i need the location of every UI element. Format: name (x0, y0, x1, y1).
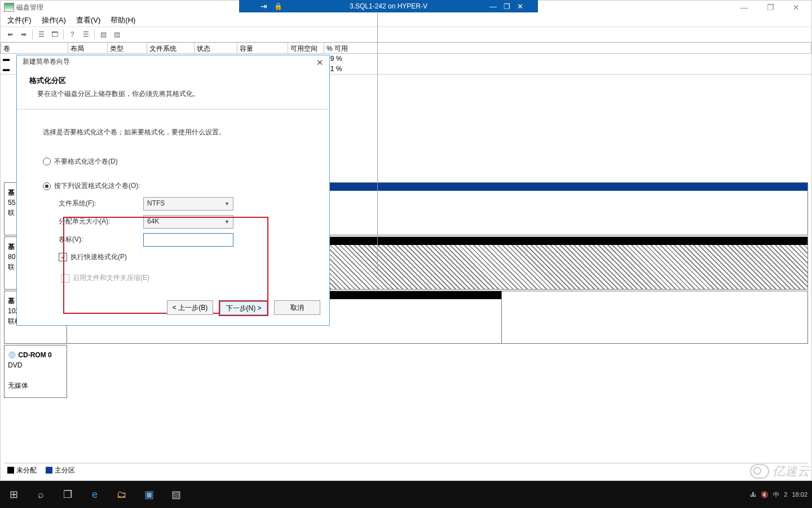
legend-primary: 主分区 (46, 466, 75, 475)
wizard-body: 选择是否要格式化这个卷；如果要格式化，要使用什么设置。 不要格式化这个卷(D) … (17, 110, 329, 301)
wizard-title-bar: 新建简单卷向导 ✕ (17, 55, 329, 68)
menu-help[interactable]: 帮助(H) (109, 14, 136, 27)
col-filesystem[interactable]: 文件系统 (147, 42, 195, 54)
cdrom-type: DVD (8, 361, 22, 369)
task-view-button[interactable]: ❐ (54, 481, 81, 508)
next-button[interactable]: 下一步(N) > (219, 300, 268, 316)
label-filesystem: 文件系统(F): (59, 198, 143, 210)
tray-extra[interactable]: 2 (784, 491, 787, 498)
tb-back-icon[interactable]: ⬅ (4, 29, 16, 40)
volume-list-header: 卷 布局 类型 文件系统 状态 容量 可用空间 % 可用 (1, 42, 811, 54)
cancel-button[interactable]: 取消 (274, 300, 320, 315)
disk-label-cdrom[interactable]: 💿 CD-ROM 0 DVD 无媒体 (4, 345, 67, 398)
hv-maximize-button[interactable]: ❐ (504, 2, 510, 11)
radio-off-icon (43, 157, 51, 165)
disk-size: 80 (8, 253, 15, 261)
tb-sep-3 (94, 29, 95, 40)
close-button[interactable]: ✕ (783, 1, 809, 14)
col-percent-free[interactable]: % 可用 (324, 42, 811, 54)
select-filesystem[interactable]: NTFS ▼ (143, 197, 233, 211)
file-explorer-icon[interactable]: 🗂 (108, 481, 135, 508)
wizard-heading: 格式化分区 (29, 76, 317, 86)
row-volume-label: 卷标(V): (59, 233, 303, 247)
swatch-blue (46, 467, 52, 474)
legend-bar: 未分配 主分区 (4, 463, 808, 477)
tb-sep-2 (63, 29, 64, 40)
wizard-title: 新建简单卷向导 (23, 58, 70, 65)
row-allocation-unit: 分配单元大小(A): 64K ▼ (59, 215, 303, 229)
toolbar: ⬅ ➡ ☰ 🗔 ? ☰ ▤ ▤ (1, 27, 811, 42)
select-filesystem-value: NTFS (147, 198, 165, 210)
col-layout[interactable]: 布局 (68, 42, 108, 54)
watermark: 亿速云 (750, 463, 810, 480)
tb-fwd-icon[interactable]: ➡ (17, 29, 30, 40)
ie-icon[interactable]: e (81, 481, 108, 508)
tb-view2-icon[interactable]: 🗔 (48, 29, 61, 40)
menu-file[interactable]: 文件(F) (6, 14, 33, 27)
disk-management-taskbar-icon[interactable]: ▧ (162, 481, 189, 508)
new-simple-volume-wizard: 新建简单卷向导 ✕ 格式化分区 要在这个磁盘分区上储存数据，你必须先将其格式化。… (16, 55, 330, 326)
checkbox-off-icon (61, 274, 69, 283)
lock-icon[interactable]: 🔒 (274, 2, 283, 10)
disk-status: 联 (8, 209, 15, 217)
radio-do-not-format[interactable]: 不要格式化这个卷(D) (43, 156, 303, 168)
pin-icon[interactable]: ⇥ (261, 2, 267, 11)
label-allocation-unit: 分配单元大小(A): (59, 216, 143, 228)
select-allocation-value: 64K (147, 216, 159, 228)
checkbox-compression: 启用文件和文件夹压缩(E) (61, 272, 303, 284)
menu-action[interactable]: 操作(A) (41, 14, 67, 27)
disk-size: 55 (8, 199, 15, 207)
label-volume-label: 卷标(V): (59, 234, 143, 246)
maximize-button[interactable]: ❐ (757, 1, 783, 14)
watermark-logo-icon (750, 464, 769, 479)
hv-minimize-button[interactable]: — (489, 2, 497, 11)
tb-refresh-icon[interactable]: ☰ (80, 29, 92, 40)
wizard-close-button[interactable]: ✕ (316, 56, 324, 69)
hv-bar-inner: ⇥ 🔒 3.SQL1-242 on HYPER-V — ❐ ✕ (249, 0, 528, 12)
tb-help-icon[interactable]: ? (66, 29, 78, 40)
checkbox-quick-format-label: 执行快速格式化(P) (70, 251, 127, 264)
volume-muted-icon[interactable]: 🔇 (761, 491, 769, 498)
legend-unallocated: 未分配 (7, 466, 37, 475)
radio-format-label: 按下列设置格式化这个卷(O): (54, 180, 140, 192)
col-type[interactable]: 类型 (108, 42, 147, 54)
chevron-down-icon: ▼ (224, 199, 230, 208)
hv-bar-slope-right (528, 0, 538, 12)
radio-format-with-settings[interactable]: 按下列设置格式化这个卷(O): (43, 180, 303, 192)
back-button[interactable]: < 上一步(B) (167, 300, 213, 315)
checkbox-quick-format[interactable]: ✔ 执行快速格式化(P) (59, 251, 303, 264)
radio-do-not-format-label: 不要格式化这个卷(D) (54, 156, 118, 168)
disk-status: 联 (8, 263, 15, 271)
col-volume[interactable]: 卷 (1, 42, 68, 54)
col-status[interactable]: 状态 (195, 42, 237, 54)
wizard-instruction: 选择是否要格式化这个卷；如果要格式化，要使用什么设置。 (43, 126, 303, 139)
menu-view[interactable]: 查看(V) (75, 14, 102, 27)
checkbox-compression-label: 启用文件和文件夹压缩(E) (73, 272, 149, 284)
checkbox-on-icon: ✔ (59, 253, 67, 261)
hv-close-button[interactable]: ✕ (517, 2, 523, 11)
server-manager-icon[interactable]: ▣ (135, 481, 162, 508)
disk-name: 基 (8, 297, 15, 305)
network-icon[interactable]: 🖧 (750, 491, 756, 498)
search-button[interactable]: ⌕ (27, 481, 54, 508)
select-allocation-unit[interactable]: 64K ▼ (143, 215, 233, 229)
tb-sep-1 (32, 29, 33, 40)
taskbar: ⊞ ⌕ ❐ e 🗂 ▣ ▧ 🖧 🔇 中 2 18:02 (0, 481, 812, 508)
legend-primary-label: 主分区 (55, 466, 75, 474)
outer-window-controls: — ❐ ✕ (731, 1, 809, 14)
desktop: 磁盘管理 — ❐ ✕ ⇥ 🔒 3.SQL1-242 on HYPER-V — ❐… (0, 0, 812, 508)
disk-body-cdrom (67, 345, 808, 398)
col-freespace[interactable]: 可用空间 (288, 42, 324, 54)
minimize-button[interactable]: — (731, 1, 757, 14)
hv-title: 3.SQL1-242 on HYPER-V (350, 2, 427, 10)
tb-disklayout-icon[interactable]: ▤ (111, 29, 123, 40)
tb-view1-icon[interactable]: ☰ (35, 29, 47, 40)
tb-disklist-icon[interactable]: ▤ (97, 29, 109, 40)
ime-indicator[interactable]: 中 (773, 491, 779, 499)
start-button[interactable]: ⊞ (0, 481, 27, 508)
cdrom-status: 无媒体 (8, 382, 28, 389)
chevron-down-icon: ▼ (224, 217, 230, 226)
clock[interactable]: 18:02 (792, 491, 807, 498)
col-size[interactable]: 容量 (237, 42, 288, 54)
input-volume-label[interactable] (143, 233, 233, 247)
